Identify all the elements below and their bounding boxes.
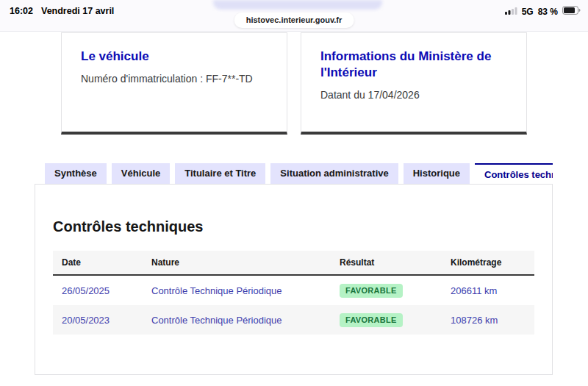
inspections-table: Date Nature Résultat Kilométrage 26/05/2… — [53, 251, 534, 335]
battery-icon — [562, 6, 581, 17]
column-header-resultat: Résultat — [331, 257, 442, 268]
status-left: 16:02 Vendredi 17 avril — [10, 6, 114, 16]
network-type: 5G — [522, 7, 534, 17]
browser-tab-blurred[interactable] — [213, 0, 382, 10]
inspection-date: 20/05/2023 — [53, 315, 143, 326]
address-bar[interactable]: histovec.interieur.gouv.fr — [234, 12, 354, 28]
status-badge: FAVORABLE — [340, 284, 403, 298]
inspection-nature: Contrôle Technique Périodique — [143, 285, 331, 296]
status-date: Vendredi 17 avril — [41, 6, 114, 16]
tab-titulaire-et-titre[interactable]: Titulaire et Titre — [175, 163, 265, 184]
table-header-row: Date Nature Résultat Kilométrage — [53, 251, 534, 276]
tab-bar: Synthèse Véhicule Titulaire et Titre Sit… — [35, 163, 553, 184]
column-header-date: Date — [53, 257, 143, 268]
tab-controles-techniques[interactable]: Contrôles techniques — [475, 163, 553, 184]
tab-vehicule[interactable]: Véhicule — [112, 163, 170, 184]
table-row: 26/05/2025 Contrôle Technique Périodique… — [53, 276, 534, 305]
clock-time: 16:02 — [10, 6, 33, 16]
inspection-date: 26/05/2025 — [53, 285, 143, 296]
tabs-region: Synthèse Véhicule Titulaire et Titre Sit… — [35, 163, 553, 375]
battery-percentage: 83 % — [538, 7, 558, 17]
table-row: 20/05/2023 Contrôle Technique Périodique… — [53, 305, 534, 335]
inspection-nature: Contrôle Technique Périodique — [143, 315, 331, 326]
tab-historique[interactable]: Historique — [404, 163, 470, 184]
column-header-kilometrage: Kilométrage — [442, 257, 534, 268]
column-header-nature: Nature — [143, 257, 331, 268]
signal-icon — [505, 7, 517, 17]
browser-status-bar: 16:02 Vendredi 17 avril histovec.interie… — [0, 0, 588, 32]
vehicle-card-title: Le véhicule — [81, 49, 268, 65]
status-badge: FAVORABLE — [340, 313, 403, 327]
tab-situation-administrative[interactable]: Situation administrative — [270, 163, 398, 184]
panel-heading: Contrôles techniques — [53, 218, 534, 235]
inspection-km: 206611 km — [442, 285, 534, 296]
tab-panel-controles-techniques: Contrôles techniques Date Nature Résulta… — [35, 184, 553, 375]
registration-number: Numéro d'immatriculation : FF-7**-TD — [81, 73, 268, 85]
data-date: Datant du 17/04/2026 — [320, 89, 507, 101]
inspection-km: 108726 km — [442, 315, 534, 326]
vehicle-card: Le véhicule Numéro d'immatriculation : F… — [61, 32, 287, 135]
status-right: 5G 83 % — [505, 6, 581, 17]
tab-synthese[interactable]: Synthèse — [45, 163, 107, 184]
ministry-card-title: Informations du Ministère de l'Intérieur — [320, 49, 507, 81]
ministry-info-card: Informations du Ministère de l'Intérieur… — [301, 32, 527, 135]
